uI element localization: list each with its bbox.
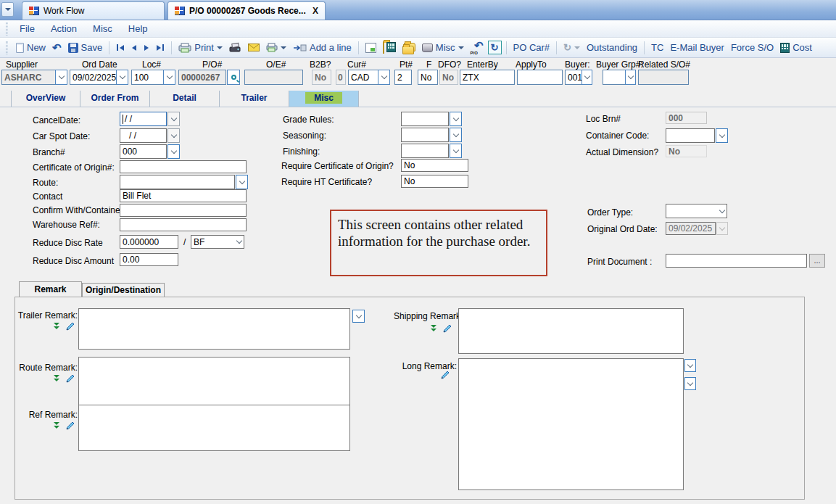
- finishing-dropdown-button[interactable]: [450, 144, 462, 158]
- confirm-with-field[interactable]: [120, 204, 247, 217]
- car-spot-date-field[interactable]: / /: [120, 128, 167, 143]
- branch-field[interactable]: 000: [120, 144, 167, 159]
- print-button[interactable]: Print: [176, 41, 225, 54]
- subtab-origin-destination[interactable]: Origin/Destination: [82, 283, 165, 297]
- reduce-disc-amount-field[interactable]: 0.00: [120, 253, 178, 266]
- f-field[interactable]: No: [418, 70, 438, 85]
- tab-detail[interactable]: Detail: [150, 91, 220, 107]
- outstanding-sync-button[interactable]: ↻: [561, 41, 582, 54]
- cur-field[interactable]: CAD: [348, 70, 378, 85]
- ord-date-field[interactable]: 09/02/2025: [70, 70, 117, 85]
- container-code-dropdown-button[interactable]: [716, 128, 728, 143]
- menu-file[interactable]: File: [12, 21, 43, 36]
- container-code-field[interactable]: [666, 128, 715, 143]
- po-number-field[interactable]: 00000267: [178, 70, 226, 85]
- window-tab-workflow[interactable]: Work Flow: [22, 1, 165, 20]
- route-field[interactable]: [120, 175, 235, 189]
- grade-rules-field[interactable]: [401, 112, 449, 126]
- po-search-button[interactable]: [227, 70, 240, 85]
- tab-overview[interactable]: OverView: [11, 91, 80, 107]
- buyer-grp-dropdown-button[interactable]: [625, 70, 636, 85]
- menu-action[interactable]: Action: [43, 21, 85, 36]
- long-remark-textarea[interactable]: [458, 358, 684, 490]
- ord-date-dropdown-button[interactable]: [116, 70, 128, 85]
- doc-print-button[interactable]: [363, 41, 378, 54]
- nav-last-button[interactable]: [154, 43, 167, 52]
- contact-field[interactable]: Bill Flet: [120, 189, 247, 202]
- pencil-icon[interactable]: [66, 374, 75, 383]
- reduce-disc-unit-select[interactable]: BF: [191, 235, 244, 249]
- nav-next-button[interactable]: [141, 44, 152, 52]
- window-tab-po[interactable]: P/O 00000267 Goods Rece... X: [167, 1, 326, 20]
- add-line-button[interactable]: Add a line: [291, 41, 354, 54]
- expand-icon[interactable]: [54, 422, 60, 429]
- long-remark-dropdown-button-1[interactable]: [684, 359, 696, 372]
- misc-dropdown-icon[interactable]: [458, 46, 464, 49]
- grade-rules-dropdown-button[interactable]: [450, 112, 462, 126]
- tab-list-dropdown-button[interactable]: [1, 2, 14, 17]
- trailer-remark-textarea[interactable]: [78, 308, 350, 350]
- seasoning-field[interactable]: [401, 128, 449, 142]
- fax-button[interactable]: [227, 41, 244, 54]
- tc-button[interactable]: TC: [649, 41, 666, 54]
- email-button[interactable]: [246, 42, 262, 53]
- subtab-remark[interactable]: Remark: [19, 281, 82, 297]
- tab-misc[interactable]: Misc: [289, 91, 359, 107]
- ref-remark-textarea[interactable]: [78, 405, 350, 451]
- outstanding-button[interactable]: Outstanding: [584, 41, 640, 54]
- po-car-button[interactable]: PO Car#: [511, 41, 552, 54]
- misc-menu-button[interactable]: Misc: [420, 41, 466, 54]
- enter-by-field[interactable]: ZTX: [460, 70, 515, 85]
- expand-icon[interactable]: [54, 323, 60, 330]
- new-button[interactable]: New: [14, 41, 48, 54]
- cancel-date-dropdown-button[interactable]: [167, 112, 180, 126]
- reduce-disc-rate-field[interactable]: 0.000000: [120, 235, 178, 249]
- expand-icon[interactable]: [431, 325, 437, 332]
- pencil-icon[interactable]: [66, 322, 75, 331]
- pencil-icon[interactable]: [441, 371, 450, 379]
- shipping-remark-textarea[interactable]: [458, 308, 684, 354]
- force-so-button[interactable]: Force S/O: [729, 41, 776, 54]
- supplier-dropdown-button[interactable]: [55, 70, 67, 85]
- folders-button[interactable]: [400, 41, 418, 54]
- tab-trailer[interactable]: Trailer: [220, 91, 289, 107]
- po-undo-button[interactable]: ↶P/O: [468, 40, 486, 55]
- apply-to-field[interactable]: [517, 70, 563, 85]
- print-document-browse-button[interactable]: ...: [809, 254, 825, 268]
- save-button[interactable]: Save: [66, 41, 105, 54]
- print-document-field[interactable]: [666, 254, 807, 268]
- email-buyer-button[interactable]: E-Mail Buyer: [668, 41, 726, 54]
- loc-dropdown-button[interactable]: [163, 70, 175, 85]
- cert-of-origin-field[interactable]: [120, 160, 247, 173]
- buyer-field[interactable]: 001: [565, 70, 582, 85]
- print-preview-dropdown-icon[interactable]: [281, 46, 286, 49]
- refresh-button[interactable]: ↻: [488, 41, 502, 54]
- require-ht-cert-field[interactable]: No: [401, 175, 468, 188]
- tab-order-from[interactable]: Order From: [80, 91, 150, 107]
- oe-field[interactable]: [244, 70, 303, 85]
- require-cert-origin-field[interactable]: No: [401, 159, 468, 172]
- route-remark-textarea[interactable]: [78, 357, 350, 406]
- calc-folder-button[interactable]: [381, 41, 398, 54]
- warehouse-ref-field[interactable]: [120, 218, 247, 231]
- car-spot-date-dropdown-button[interactable]: [167, 128, 180, 143]
- buyer-dropdown-button[interactable]: [582, 70, 592, 85]
- nav-prev-button[interactable]: [129, 44, 139, 52]
- pencil-icon[interactable]: [443, 324, 452, 333]
- close-tab-icon[interactable]: X: [313, 6, 318, 16]
- buyer-grp-field[interactable]: [603, 70, 626, 85]
- finishing-field[interactable]: [401, 144, 449, 158]
- long-remark-dropdown-button-2[interactable]: [684, 377, 696, 390]
- seasoning-dropdown-button[interactable]: [450, 128, 462, 142]
- menu-misc[interactable]: Misc: [85, 21, 120, 36]
- pt-field[interactable]: 2: [394, 70, 412, 85]
- trailer-remark-dropdown-button[interactable]: [352, 310, 365, 323]
- nav-first-button[interactable]: [114, 43, 127, 52]
- branch-dropdown-button[interactable]: [167, 144, 180, 159]
- outstanding-dropdown-icon[interactable]: [574, 46, 580, 49]
- pencil-icon[interactable]: [66, 421, 75, 430]
- supplier-field[interactable]: ASHARC: [1, 70, 56, 85]
- loc-field[interactable]: 100: [131, 70, 164, 85]
- cost-button[interactable]: Cost: [778, 41, 814, 54]
- menu-help[interactable]: Help: [120, 21, 156, 36]
